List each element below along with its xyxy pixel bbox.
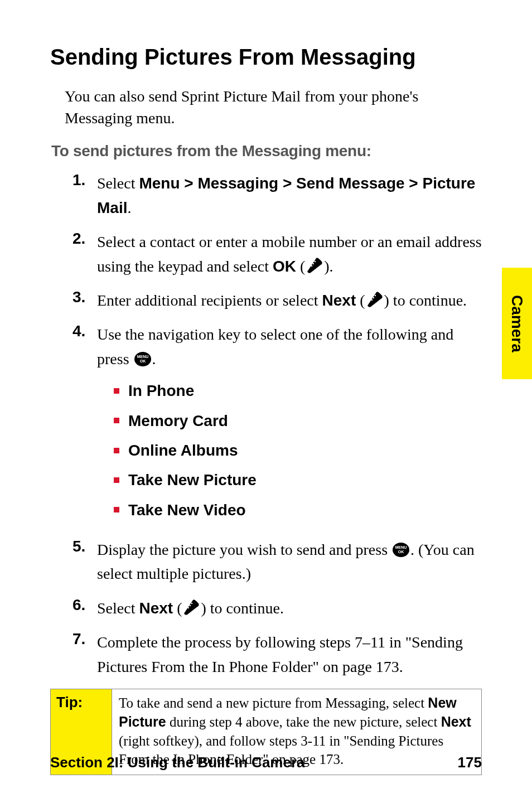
tab-label: Camera [508, 295, 526, 352]
list-item: Take New Video [114, 498, 482, 522]
page: Sending Pictures From Messaging You can … [0, 0, 532, 798]
step-body: Use the navigation key to select one of … [97, 322, 482, 528]
text: ( [173, 599, 182, 617]
list-item: Online Albums [114, 438, 482, 462]
text: Complete the process by following steps … [97, 633, 463, 675]
step-body: Select Next () to continue. [97, 596, 482, 620]
step-6: 6. Select Next () to continue. [72, 596, 482, 620]
svg-point-0 [311, 265, 312, 266]
step-list: 1. Select Menu > Messaging > Send Messag… [72, 171, 482, 679]
bullet-icon [114, 388, 119, 394]
text: Display the picture you wish to send and… [97, 541, 391, 558]
text: ) to continue. [201, 599, 284, 617]
text: To take and send a new picture from Mess… [119, 695, 428, 710]
svg-point-14 [191, 603, 192, 604]
text: ) to continue. [384, 292, 467, 309]
list-text: In Phone [128, 379, 194, 403]
page-heading: Sending Pictures From Messaging [50, 45, 482, 70]
phone-icon [365, 291, 384, 307]
svg-point-5 [374, 295, 375, 296]
svg-text:MENU: MENU [395, 545, 407, 549]
text: Select [97, 175, 139, 192]
list-item: In Phone [114, 379, 482, 403]
text: ( [296, 258, 305, 275]
list-item: Take New Picture [114, 468, 482, 492]
bold-text: Next [441, 714, 471, 729]
svg-point-12 [188, 607, 189, 608]
list-text: Take New Picture [128, 468, 257, 492]
bold-text: Next [139, 599, 173, 617]
step-number: 4. [72, 322, 97, 528]
step-number: 1. [72, 171, 97, 220]
step-body: Select a contact or enter a mobile numbe… [97, 230, 482, 278]
text: during step 4 above, take the new pictur… [166, 714, 441, 729]
step-body: Display the picture you wish to send and… [97, 538, 482, 586]
sub-list: In Phone Memory Card Online Albums Take … [114, 379, 482, 522]
step-3: 3. Enter additional recipients or select… [72, 288, 482, 312]
text: ( [356, 292, 365, 309]
phone-icon [305, 257, 324, 273]
svg-point-1 [313, 263, 314, 264]
text: Enter additional recipients or select [97, 292, 322, 309]
step-number: 3. [72, 288, 97, 312]
bullet-icon [114, 507, 119, 512]
text: . [127, 199, 131, 216]
intro-paragraph: You can also send Sprint Picture Mail fr… [65, 85, 482, 129]
footer-section: Section 2I: Using the Built-in Camera [50, 754, 305, 771]
step-body: Select Menu > Messaging > Send Message >… [97, 171, 482, 220]
step-body: Enter additional recipients or select Ne… [97, 288, 482, 312]
bold-text: Next [322, 292, 356, 309]
svg-text:MENU: MENU [137, 355, 148, 359]
svg-point-13 [190, 605, 191, 606]
bullet-icon [114, 418, 119, 423]
step-1: 1. Select Menu > Messaging > Send Messag… [72, 171, 482, 220]
step-number: 2. [72, 230, 97, 278]
text: Select [97, 599, 139, 617]
sub-heading: To send pictures from the Messaging menu… [51, 142, 482, 160]
step-number: 5. [72, 538, 97, 586]
step-5: 5. Display the picture you wish to send … [72, 538, 482, 586]
side-tab: Camera [502, 268, 532, 379]
svg-point-4 [373, 297, 374, 298]
list-item: Memory Card [114, 409, 482, 433]
list-text: Online Albums [128, 438, 238, 462]
step-2: 2. Select a contact or enter a mobile nu… [72, 230, 482, 278]
menu-ok-icon: MENUOK [391, 541, 410, 558]
step-number: 7. [72, 630, 97, 679]
svg-point-3 [371, 299, 372, 301]
step-body: Complete the process by following steps … [97, 630, 482, 679]
svg-text:OK: OK [139, 359, 146, 363]
step-number: 6. [72, 596, 97, 620]
step-7: 7. Complete the process by following ste… [72, 630, 482, 679]
bold-text: OK [273, 258, 296, 275]
menu-ok-icon: MENUOK [133, 350, 152, 367]
bullet-icon [114, 448, 119, 453]
step-4: 4. Use the navigation key to select one … [72, 322, 482, 528]
page-footer: Section 2I: Using the Built-in Camera 17… [50, 754, 482, 771]
phone-icon [182, 598, 201, 615]
svg-text:OK: OK [398, 550, 404, 554]
svg-point-2 [315, 260, 316, 262]
list-text: Memory Card [128, 409, 228, 433]
bold-text: Menu > Messaging > Send Message > Pictur… [97, 175, 475, 216]
list-text: Take New Video [128, 498, 246, 522]
footer-page-number: 175 [458, 754, 482, 771]
bullet-icon [114, 477, 119, 483]
text: . [152, 350, 156, 367]
text: ). [324, 258, 333, 275]
